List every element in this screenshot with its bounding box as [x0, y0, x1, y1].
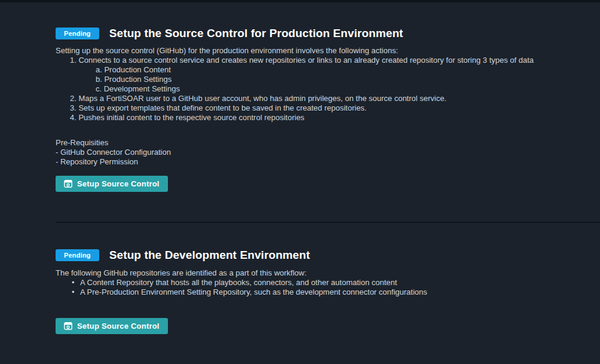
setup-source-control-button[interactable]: Setup Source Control	[56, 318, 168, 334]
step-line: 4. Pushes initial content to the respect…	[56, 113, 600, 123]
workflow-page: Pending Setup the Source Control for Pro…	[0, 27, 600, 364]
button-row: Setup Source Control	[56, 303, 600, 334]
section-production-source-control: Pending Setup the Source Control for Pro…	[56, 27, 600, 192]
section-header: Pending Setup the Source Control for Pro…	[56, 27, 600, 40]
section-development-environment: Pending Setup the Development Environmen…	[56, 249, 600, 334]
intro-line: Setting up the source control (GitHub) f…	[56, 46, 600, 56]
prerequisites-block: Pre-Requisities - GitHub Connector Confi…	[56, 138, 600, 167]
step-line: 1. Connects to a source control service …	[56, 56, 600, 65]
section-divider	[56, 222, 600, 223]
step-line: 3. Sets up export templates that define …	[56, 103, 600, 113]
prerequisite-item: - Repository Permission	[56, 157, 600, 167]
status-badge: Pending	[56, 27, 99, 39]
intro-line: The following GitHub repositories are id…	[56, 268, 600, 278]
setup-source-control-button-label: Setup Source Control	[77, 322, 160, 331]
status-badge: Pending	[56, 249, 99, 261]
setup-source-control-button[interactable]: Setup Source Control	[56, 176, 168, 192]
prerequisite-item: - GitHub Connector Configuration	[56, 148, 600, 157]
source-control-repo-icon	[64, 180, 72, 188]
source-control-repo-icon	[64, 322, 72, 330]
setup-source-control-button-label: Setup Source Control	[77, 179, 160, 188]
prerequisites-title: Pre-Requisities	[56, 138, 600, 148]
substep-line: c. Development Settings	[56, 84, 600, 94]
substep-line: b. Production Settings	[56, 75, 600, 84]
substep-line: a. Production Content	[56, 65, 600, 75]
bullet-item: A Content Repository that hosts all the …	[56, 278, 600, 287]
step-line: 2. Maps a FortiSOAR user to a GitHub use…	[56, 94, 600, 103]
section-title: Setup the Source Control for Production …	[109, 27, 403, 40]
section-title: Setup the Development Environment	[109, 249, 310, 262]
bullet-item: A Pre-Production Environment Setting Rep…	[56, 287, 600, 297]
instructions-block: Setting up the source control (GitHub) f…	[56, 46, 600, 123]
window-top-edge	[0, 0, 600, 2]
section-header: Pending Setup the Development Environmen…	[56, 249, 600, 262]
